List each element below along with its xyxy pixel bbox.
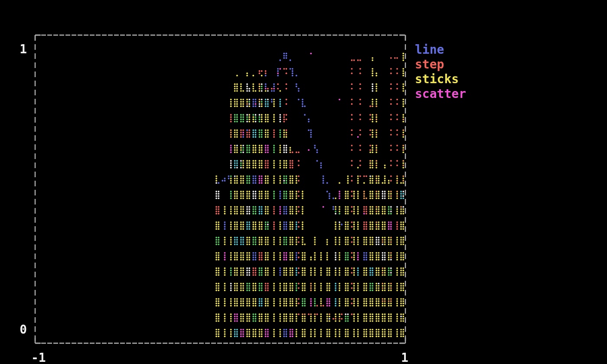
- plot-canvas: [0, 0, 607, 364]
- legend-item-sticks: sticks: [415, 72, 466, 87]
- x-axis-tick-right: 1: [401, 351, 408, 364]
- legend: line step sticks scatter: [415, 42, 466, 101]
- legend-item-step: step: [415, 57, 466, 72]
- y-axis-tick-bottom: 0: [10, 322, 27, 337]
- x-axis-tick-left: -1: [31, 351, 46, 364]
- terminal-plot-screen: 1 0 -1 1 line step sticks scatter: [0, 0, 607, 364]
- y-axis-tick-top: 1: [10, 42, 27, 57]
- legend-item-scatter: scatter: [415, 87, 466, 101]
- legend-item-line: line: [415, 42, 466, 57]
